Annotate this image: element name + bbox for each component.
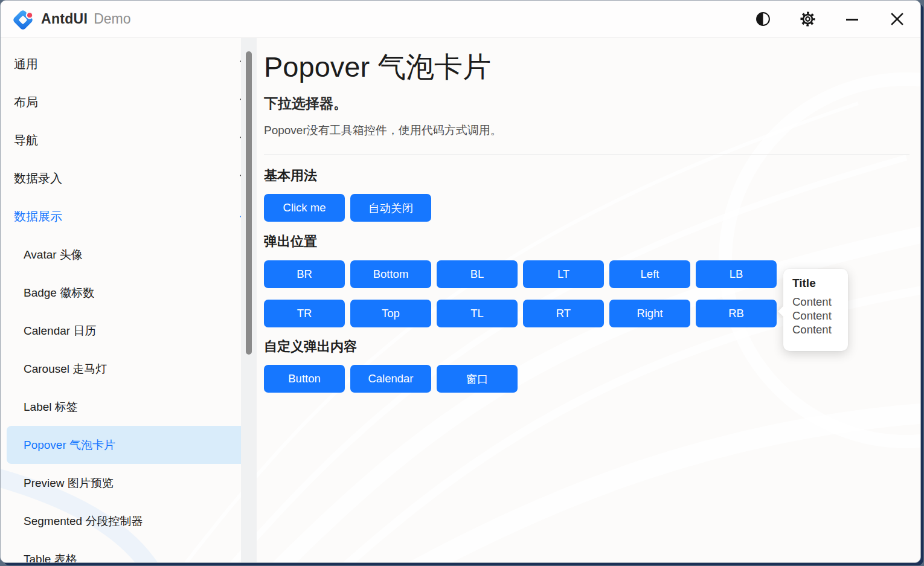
section-heading-positions: 弹出位置 — [264, 233, 910, 250]
sidebar-item-popover[interactable]: Popover 气泡卡片 — [7, 426, 256, 464]
sidebar-scrollbar-thumb[interactable] — [246, 51, 252, 355]
sidebar-group-navigation[interactable]: 导航 — [1, 121, 257, 159]
sidebar-group-label: 通用 — [14, 56, 38, 72]
page-title: Popover 气泡卡片 — [264, 50, 910, 84]
basic-usage-buttons: Click me 自动关闭 — [264, 194, 910, 222]
minimize-button[interactable] — [842, 9, 862, 30]
pos-button-tl[interactable]: TL — [437, 300, 518, 327]
app-logo-icon — [11, 8, 34, 31]
page-subtitle: 下拉选择器。 — [264, 94, 910, 113]
main-content: Popover 气泡卡片 下拉选择器。 Popover没有工具箱控件，使用代码方… — [257, 38, 920, 563]
pos-button-right[interactable]: Right — [609, 300, 690, 327]
app-title: AntdUI — [41, 11, 88, 27]
sidebar-group-label: 布局 — [14, 94, 38, 111]
sidebar-group-label: 数据录入 — [14, 170, 62, 187]
page-description: Popover没有工具箱控件，使用代码方式调用。 — [264, 123, 910, 138]
app-window: AntdUI Demo — [0, 0, 921, 563]
sidebar-item-label: Avatar 头像 — [24, 247, 83, 263]
section-heading-basic-usage: 基本用法 — [264, 167, 910, 184]
sidebar-item-label: Calendar 日历 — [24, 323, 96, 339]
sidebar-item-carousel[interactable]: Carousel 走马灯 — [7, 350, 256, 388]
app-body: 通用 布局 导航 数据录入 — [1, 38, 920, 563]
theme-toggle-icon[interactable] — [752, 9, 773, 30]
app-subtitle: Demo — [94, 11, 130, 27]
sidebar: 通用 布局 导航 数据录入 — [1, 38, 257, 563]
sidebar-group-general[interactable]: 通用 — [1, 45, 257, 83]
custom-window-button[interactable]: 窗口 — [437, 365, 518, 393]
sidebar-item-preview[interactable]: Preview 图片预览 — [7, 464, 256, 502]
sidebar-item-badge[interactable]: Badge 徽标数 — [7, 274, 256, 312]
pos-button-rt[interactable]: RT — [523, 300, 604, 327]
sidebar-scrollbar-track[interactable] — [241, 38, 257, 563]
titlebar: AntdUI Demo — [1, 1, 920, 38]
sidebar-item-table[interactable]: Table 表格 — [7, 540, 256, 563]
pos-button-br[interactable]: BR — [264, 260, 345, 288]
sidebar-group-label: 导航 — [14, 132, 38, 149]
pos-button-bottom[interactable]: Bottom — [350, 260, 431, 288]
popover-content-line: Content — [792, 309, 848, 323]
sidebar-item-label: Preview 图片预览 — [24, 475, 114, 491]
click-me-button[interactable]: Click me — [264, 194, 345, 222]
sidebar-item-segmented[interactable]: Segmented 分段控制器 — [7, 502, 256, 540]
sidebar-group-data-display[interactable]: 数据展示 — [1, 198, 257, 236]
pos-button-lt[interactable]: LT — [523, 260, 604, 288]
close-button[interactable] — [887, 9, 907, 30]
divider — [264, 154, 910, 155]
popover-content-line: Content — [792, 323, 848, 336]
sidebar-group-data-entry[interactable]: 数据录入 — [1, 159, 257, 198]
popover-title: Title — [792, 277, 848, 290]
popover-card: Title Content Content Content — [783, 269, 848, 351]
sidebar-item-label: Table 表格 — [24, 552, 77, 564]
custom-calendar-button[interactable]: Calendar — [350, 365, 431, 393]
popover-content: Content Content Content — [792, 295, 848, 336]
pos-button-top[interactable]: Top — [350, 300, 431, 327]
sidebar-item-label: Popover 气泡卡片 — [24, 437, 115, 453]
titlebar-actions — [752, 9, 907, 30]
sidebar-item-label: Label 标签 — [24, 399, 78, 415]
settings-gear-icon[interactable] — [797, 9, 818, 30]
pos-button-rb[interactable]: RB — [696, 300, 777, 327]
pos-button-lb[interactable]: LB — [696, 260, 777, 288]
sidebar-item-label: Badge 徽标数 — [24, 285, 94, 301]
sidebar-item-label: Carousel 走马灯 — [24, 361, 107, 377]
popover-content-line: Content — [792, 295, 848, 309]
pos-button-bl[interactable]: BL — [437, 260, 518, 288]
auto-close-button[interactable]: 自动关闭 — [350, 194, 431, 222]
sidebar-item-calendar[interactable]: Calendar 日历 — [7, 312, 256, 350]
custom-content-buttons: Button Calendar 窗口 — [264, 365, 910, 393]
pos-button-tr[interactable]: TR — [264, 300, 345, 327]
pos-button-left[interactable]: Left — [609, 260, 690, 288]
sidebar-group-layout[interactable]: 布局 — [1, 83, 257, 121]
custom-button-button[interactable]: Button — [264, 365, 345, 393]
sidebar-group-label: 数据展示 — [14, 208, 62, 225]
sidebar-item-label[interactable]: Label 标签 — [7, 388, 256, 426]
sidebar-item-label: Segmented 分段控制器 — [24, 513, 143, 529]
sidebar-item-avatar[interactable]: Avatar 头像 — [7, 236, 256, 274]
